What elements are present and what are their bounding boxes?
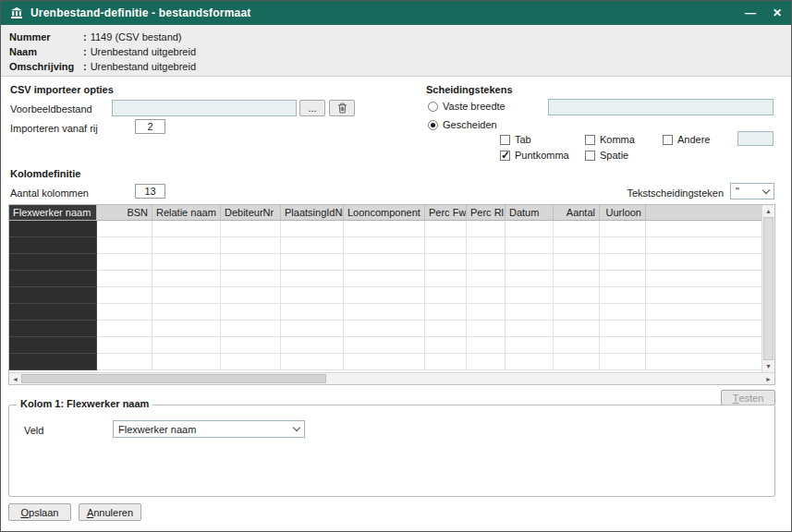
column-header[interactable]: Uurloon (600, 205, 646, 221)
table-cell[interactable] (152, 354, 221, 370)
table-cell[interactable] (600, 354, 646, 370)
table-cell[interactable] (344, 287, 425, 304)
table-cell[interactable] (554, 304, 600, 320)
column-header[interactable]: BSN (97, 205, 152, 221)
space-checkbox[interactable]: Spatie (585, 150, 628, 161)
table-cell[interactable] (281, 221, 344, 237)
table-cell[interactable] (152, 254, 221, 271)
table-cell[interactable] (506, 304, 554, 320)
table-cell[interactable] (600, 287, 646, 304)
column-header[interactable]: DebiteurNr (221, 205, 281, 221)
table-cell[interactable] (600, 221, 646, 237)
table-cell[interactable] (221, 354, 281, 370)
row-selected-cell[interactable] (9, 287, 97, 304)
scroll-up-icon[interactable]: ▲ (762, 205, 774, 217)
table-cell[interactable] (152, 304, 221, 320)
table-cell[interactable] (506, 221, 554, 237)
table-cell[interactable] (221, 320, 281, 337)
table-cell[interactable] (281, 354, 344, 370)
table-cell[interactable] (344, 237, 425, 254)
column-header[interactable]: Aantal (554, 205, 600, 221)
column-header[interactable]: Looncomponent (344, 205, 425, 221)
other-delimiter-input[interactable] (737, 131, 774, 146)
table-cell[interactable] (467, 337, 506, 354)
horizontal-scroll-thumb[interactable] (21, 374, 326, 383)
table-cell[interactable] (344, 354, 425, 370)
table-cell[interactable] (281, 337, 344, 354)
table-cell[interactable] (646, 271, 762, 287)
row-selected-cell[interactable] (9, 237, 97, 254)
table-cell[interactable] (425, 221, 467, 237)
table-cell[interactable] (554, 254, 600, 271)
table-cell[interactable] (344, 271, 425, 287)
table-cell[interactable] (97, 304, 152, 320)
table-cell[interactable] (221, 271, 281, 287)
column-header[interactable]: Perc Fw (425, 205, 467, 221)
table-cell[interactable] (97, 337, 152, 354)
table-cell[interactable] (646, 354, 762, 370)
table-cell[interactable] (344, 304, 425, 320)
table-cell[interactable] (646, 254, 762, 271)
table-cell[interactable] (506, 354, 554, 370)
cancel-button[interactable]: Annuleren (79, 503, 141, 521)
table-cell[interactable] (646, 337, 762, 354)
semicolon-checkbox[interactable]: Puntkomma (500, 150, 569, 161)
row-selected-cell[interactable] (9, 271, 97, 287)
table-cell[interactable] (467, 287, 506, 304)
save-button[interactable]: Opslaan (8, 503, 71, 521)
table-cell[interactable] (344, 221, 425, 237)
table-cell[interactable] (467, 254, 506, 271)
fixed-width-input[interactable] (548, 99, 774, 115)
row-selected-cell[interactable] (9, 320, 97, 337)
table-cell[interactable] (221, 254, 281, 271)
tab-checkbox[interactable]: Tab (500, 134, 531, 145)
table-cell[interactable] (152, 237, 221, 254)
table-cell[interactable] (97, 320, 152, 337)
row-selected-cell[interactable] (9, 354, 97, 370)
table-cell[interactable] (281, 271, 344, 287)
table-cell[interactable] (152, 337, 221, 354)
table-cell[interactable] (554, 287, 600, 304)
table-cell[interactable] (97, 254, 152, 271)
row-selected-cell[interactable] (9, 254, 97, 271)
table-cell[interactable] (281, 304, 344, 320)
table-cell[interactable] (152, 221, 221, 237)
table-cell[interactable] (425, 287, 467, 304)
table-cell[interactable] (467, 221, 506, 237)
table-cell[interactable] (600, 271, 646, 287)
field-dropdown[interactable]: Flexwerker naam (113, 420, 305, 438)
browse-button[interactable]: ... (299, 100, 325, 116)
table-cell[interactable] (344, 254, 425, 271)
test-button[interactable]: Testen (721, 390, 775, 405)
import-from-row-input[interactable] (135, 119, 165, 134)
comma-checkbox[interactable]: Komma (585, 134, 635, 145)
table-cell[interactable] (221, 304, 281, 320)
table-cell[interactable] (646, 304, 762, 320)
table-cell[interactable] (425, 254, 467, 271)
table-cell[interactable] (425, 337, 467, 354)
sample-file-input[interactable] (112, 100, 297, 116)
table-cell[interactable] (600, 337, 646, 354)
table-cell[interactable] (425, 304, 467, 320)
column-header[interactable]: PlaatsingIdNr (281, 205, 344, 221)
table-cell[interactable] (344, 337, 425, 354)
table-cell[interactable] (506, 287, 554, 304)
table-cell[interactable] (281, 320, 344, 337)
table-cell[interactable] (506, 337, 554, 354)
table-cell[interactable] (97, 271, 152, 287)
horizontal-scrollbar[interactable]: ◄ ► (9, 372, 774, 384)
table-cell[interactable] (554, 354, 600, 370)
column-header-selected[interactable]: Flexwerker naam (9, 205, 97, 221)
column-header[interactable]: Datum (506, 205, 554, 221)
table-cell[interactable] (646, 237, 762, 254)
vertical-scrollbar[interactable]: ▲ ▼ (762, 205, 774, 372)
table-cell[interactable] (554, 221, 600, 237)
table-cell[interactable] (506, 254, 554, 271)
table-cell[interactable] (344, 320, 425, 337)
delete-file-button[interactable] (329, 100, 355, 116)
table-cell[interactable] (221, 287, 281, 304)
table-cell[interactable] (152, 320, 221, 337)
table-cell[interactable] (554, 320, 600, 337)
table-cell[interactable] (425, 237, 467, 254)
row-selected-cell[interactable] (9, 304, 97, 320)
